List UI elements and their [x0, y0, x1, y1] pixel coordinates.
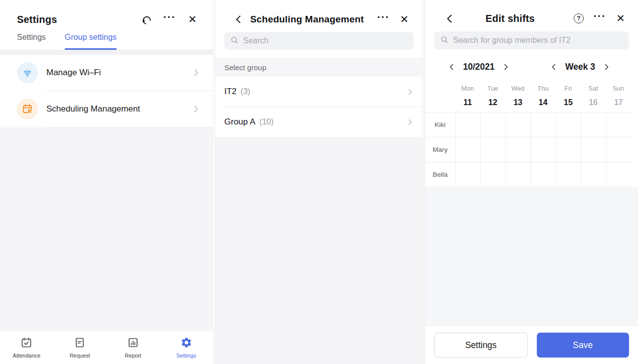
- shift-cell[interactable]: [581, 137, 606, 162]
- attendance-icon: [20, 337, 32, 351]
- member-search-input[interactable]: [453, 36, 623, 45]
- shift-cell[interactable]: [505, 137, 530, 162]
- empty-area: [0, 127, 213, 331]
- chevron-right-icon: [406, 119, 414, 126]
- shift-cell[interactable]: [581, 113, 606, 137]
- day-column-header[interactable]: Wed13: [505, 82, 530, 112]
- more-icon[interactable]: ···: [163, 13, 176, 26]
- shift-cell[interactable]: [455, 137, 480, 162]
- search-bar[interactable]: [224, 32, 414, 50]
- calendar-corner: [425, 82, 455, 112]
- shift-cell[interactable]: [480, 162, 505, 187]
- nav-item-settings[interactable]: Settings: [160, 337, 213, 359]
- shift-cell[interactable]: [556, 162, 581, 187]
- settings-panel: Settings ··· ✕ Settings Group settings: [0, 0, 213, 364]
- shift-cell[interactable]: [606, 162, 631, 187]
- edit-shifts-header: Edit shifts ? ··· ✕: [425, 0, 638, 25]
- week-selector: Week 3: [550, 62, 610, 72]
- wifi-icon: [17, 62, 38, 83]
- scheduling-management-row[interactable]: Scheduling Management: [0, 91, 213, 127]
- back-icon[interactable]: [232, 13, 245, 26]
- chevron-right-icon: [192, 69, 200, 77]
- shift-cell[interactable]: [530, 137, 555, 162]
- nav-label: Attendance: [13, 353, 41, 359]
- day-column-header[interactable]: Sun17: [606, 82, 631, 112]
- manage-wifi-row[interactable]: Manage Wi–Fi: [0, 55, 213, 91]
- next-month-icon[interactable]: [502, 63, 509, 71]
- more-icon[interactable]: ···: [377, 13, 390, 26]
- edit-shifts-panel: Edit shifts ? ··· ✕ 10/2021: [425, 0, 638, 364]
- search-bar[interactable]: [434, 31, 629, 49]
- headset-support-icon[interactable]: [140, 13, 153, 26]
- next-week-icon[interactable]: [603, 63, 610, 71]
- shift-cell[interactable]: [455, 162, 480, 187]
- search-input[interactable]: [243, 36, 408, 45]
- shift-cell[interactable]: [581, 162, 606, 187]
- settings-gear-icon: [180, 337, 192, 351]
- member-name: Bella: [425, 162, 455, 187]
- back-icon[interactable]: [443, 12, 456, 25]
- settings-button[interactable]: Settings: [434, 333, 528, 358]
- settings-header: Settings ··· ✕: [0, 0, 213, 26]
- empty-area: [425, 187, 638, 326]
- shift-cell[interactable]: [530, 113, 555, 137]
- setting-item-label: Manage Wi–Fi: [46, 68, 101, 78]
- shift-cell[interactable]: [455, 113, 480, 137]
- request-icon: [74, 337, 86, 351]
- tab-group-settings[interactable]: Group settings: [65, 33, 117, 50]
- week-label: Week 3: [565, 62, 595, 72]
- day-column-header[interactable]: Mon11: [455, 82, 480, 112]
- prev-week-icon[interactable]: [550, 63, 558, 71]
- shift-cell[interactable]: [530, 162, 555, 187]
- chevron-right-icon: [406, 88, 414, 96]
- shift-row: Mary: [425, 137, 631, 162]
- page-title: Edit shifts: [456, 13, 564, 24]
- tab-settings[interactable]: Settings: [17, 33, 46, 50]
- shift-cell[interactable]: [480, 137, 505, 162]
- day-column-header[interactable]: Sat16: [581, 82, 606, 112]
- select-group-header: Select group: [215, 58, 423, 77]
- empty-area: [215, 137, 423, 364]
- edit-shifts-footer: Settings Save: [425, 326, 638, 364]
- shift-row: Bella: [425, 162, 631, 187]
- close-icon[interactable]: ✕: [614, 12, 627, 25]
- calendar-clock-icon: [17, 99, 38, 120]
- shift-row: Kiki: [425, 113, 631, 137]
- more-icon[interactable]: ···: [593, 12, 606, 25]
- group-row-it2[interactable]: IT2 (3): [215, 77, 423, 107]
- scheduling-header: Scheduling Management ··· ✕: [215, 0, 423, 26]
- group-row-group-a[interactable]: Group A (10): [215, 107, 423, 137]
- prev-month-icon[interactable]: [448, 63, 456, 71]
- search-icon: [440, 35, 449, 46]
- help-icon[interactable]: ?: [572, 12, 585, 25]
- shift-cell[interactable]: [556, 113, 581, 137]
- day-column-header[interactable]: Thu14: [530, 82, 555, 112]
- setting-item-label: Scheduling Management: [46, 104, 140, 114]
- report-icon: [127, 337, 139, 351]
- bottom-navigation: Attendance Request Repor: [0, 331, 213, 364]
- close-icon[interactable]: ✕: [398, 13, 411, 26]
- close-icon[interactable]: ✕: [186, 13, 199, 26]
- member-name: Kiki: [425, 113, 455, 137]
- day-column-header[interactable]: Tue12: [480, 82, 505, 112]
- shift-cell[interactable]: [606, 137, 631, 162]
- day-column-header[interactable]: Fri15: [556, 82, 581, 112]
- search-bar-wrap: [425, 31, 638, 49]
- section-divider: [0, 50, 213, 55]
- shift-cell[interactable]: [556, 137, 581, 162]
- nav-item-attendance[interactable]: Attendance: [0, 337, 53, 359]
- shift-cell[interactable]: [606, 113, 631, 137]
- nav-label: Request: [70, 353, 90, 359]
- save-button[interactable]: Save: [537, 333, 630, 358]
- nav-item-request[interactable]: Request: [53, 337, 107, 359]
- settings-tabs: Settings Group settings: [0, 26, 213, 50]
- month-label: 10/2021: [463, 62, 494, 72]
- nav-item-report[interactable]: Report: [107, 337, 160, 359]
- screen: Settings ··· ✕ Settings Group settings: [0, 0, 638, 364]
- group-name: IT2: [224, 87, 237, 97]
- group-member-count: (3): [241, 87, 251, 96]
- shift-cell[interactable]: [480, 113, 505, 137]
- shift-cell[interactable]: [505, 162, 530, 187]
- shift-cell[interactable]: [505, 113, 530, 137]
- page-title: Settings: [17, 14, 130, 25]
